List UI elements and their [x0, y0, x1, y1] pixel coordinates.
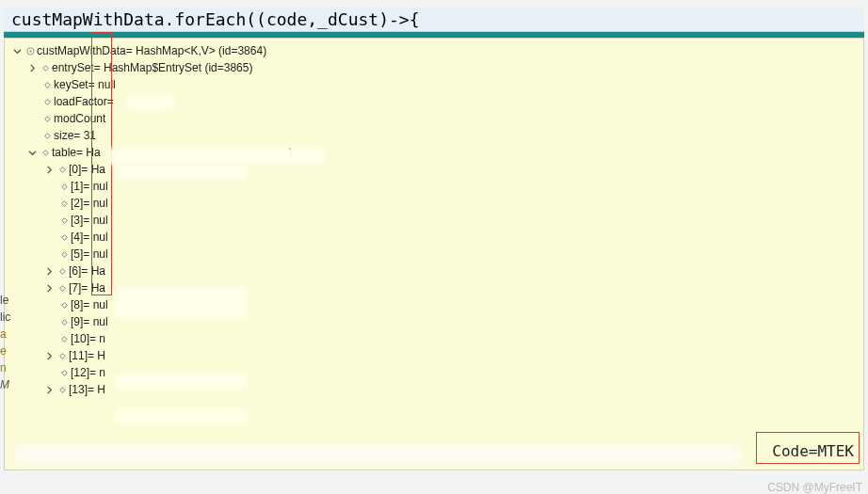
code-var: custMapWithData	[11, 9, 165, 29]
tree-root[interactable]: custMapWithData= HashMap<K,V> (id=3864)	[5, 42, 863, 59]
field-icon	[56, 353, 69, 359]
blur-region	[116, 287, 248, 319]
field-icon	[57, 251, 71, 258]
tree-label: custMapWithData= HashMap<K,V> (id=3864)	[37, 42, 266, 59]
left-gutter: le lic a e n M	[0, 292, 10, 393]
tree-label: [11]= H	[69, 347, 105, 364]
tree-label: [3]= nul	[71, 212, 108, 229]
tree-label: [6]= Ha	[69, 263, 105, 279]
tree-row[interactable]: [6]= Ha	[5, 263, 863, 279]
field-icon	[57, 336, 71, 343]
object-icon	[24, 47, 37, 56]
field-icon	[57, 319, 71, 326]
blur-region	[116, 409, 248, 424]
field-icon	[57, 370, 71, 376]
field-icon	[40, 82, 54, 88]
tree-label: [0]= Ha	[69, 161, 105, 178]
tree-row[interactable]: size= 31	[5, 127, 863, 144]
variables-tree: custMapWithData= HashMap<K,V> (id=3864) …	[5, 39, 863, 402]
tree-label: [2]= nul	[71, 195, 108, 212]
code-line: custMapWithData.forEach((code,_dCust)->{	[4, 8, 864, 32]
chevron-right-icon[interactable]	[42, 281, 56, 295]
tree-label: [8]= nul	[71, 296, 108, 313]
tree-row[interactable]: [3]= nul	[5, 212, 863, 229]
field-icon	[40, 99, 54, 105]
field-icon	[57, 200, 71, 207]
tree-label: [9]= nul	[71, 313, 108, 330]
tree-row[interactable]: [1]= nul	[5, 178, 863, 195]
chevron-right-icon[interactable]	[42, 163, 56, 176]
tree-row[interactable]: [11]= H	[5, 347, 863, 364]
tree-label: [10]= n	[71, 330, 105, 347]
field-icon	[39, 150, 52, 156]
blur-region	[14, 443, 741, 466]
tree-row[interactable]: keySet= null	[5, 76, 863, 93]
chevron-right-icon[interactable]	[42, 264, 56, 278]
field-icon	[56, 387, 69, 393]
tree-label: [12]= n	[71, 364, 105, 381]
debug-variables-panel: custMapWithData= HashMap<K,V> (id=3864) …	[4, 38, 864, 470]
tree-label: size= 31	[54, 127, 96, 144]
tree-label: table= Ha	[52, 144, 101, 161]
field-icon	[56, 167, 69, 173]
blur-region	[116, 374, 248, 389]
chevron-right-icon[interactable]	[42, 383, 56, 396]
tree-label: loadFactor=	[54, 93, 114, 110]
tree-row[interactable]: [10]= n	[5, 330, 863, 347]
tooltip-value: Code=MTEK	[772, 442, 854, 460]
tree-label: [4]= nul	[71, 229, 108, 246]
tree-label: modCount	[54, 110, 105, 127]
tree-row[interactable]: [2]= nul	[5, 195, 863, 212]
svg-point-1	[29, 50, 31, 52]
tree-label: keySet= null	[54, 76, 116, 93]
tree-row[interactable]: [5]= nul	[5, 246, 863, 263]
chevron-right-icon[interactable]	[25, 61, 39, 74]
tree-row[interactable]: modCount	[5, 110, 863, 127]
field-icon	[40, 116, 54, 122]
field-icon	[57, 217, 71, 224]
blur-region	[127, 95, 174, 110]
blur-region	[108, 148, 325, 165]
tree-label: [13]= H	[69, 381, 105, 398]
chevron-right-icon[interactable]	[42, 349, 56, 362]
field-icon	[56, 268, 69, 275]
field-icon	[57, 302, 71, 309]
code-method: forEach	[174, 9, 246, 29]
chevron-down-icon[interactable]	[10, 44, 24, 57]
tree-label: entrySet= HashMap$EntrySet (id=3865)	[52, 59, 252, 76]
field-icon	[56, 285, 69, 292]
field-icon	[40, 133, 54, 139]
field-icon	[57, 183, 71, 190]
chevron-down-icon[interactable]	[25, 146, 39, 159]
tree-row[interactable]: entrySet= HashMap$EntrySet (id=3865)	[5, 59, 863, 76]
tree-row[interactable]: [4]= nul	[5, 229, 863, 246]
field-icon	[39, 65, 52, 72]
tree-label: [5]= nul	[71, 246, 108, 263]
watermark: CSDN @MyFreeIT	[767, 481, 862, 494]
tree-label: [1]= nul	[71, 178, 108, 195]
field-icon	[57, 234, 71, 241]
tree-label: [7]= Ha	[69, 279, 105, 296]
blur-region	[116, 165, 248, 180]
